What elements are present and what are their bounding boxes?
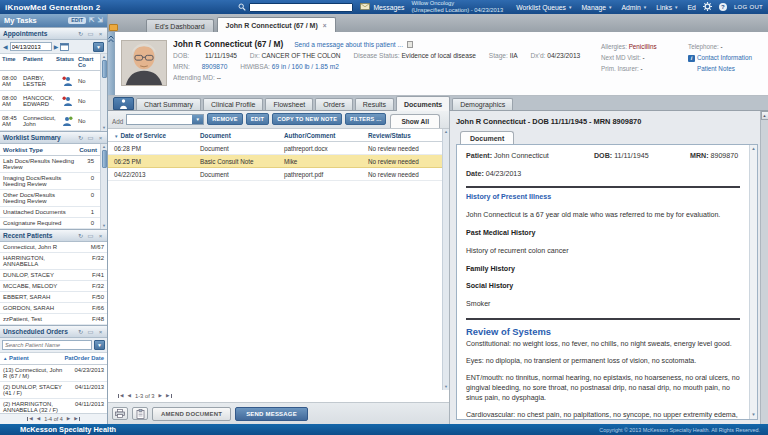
document-scrollbar[interactable]: ▲ ▼ — [749, 145, 757, 419]
refresh-icon[interactable]: ↻ — [77, 327, 84, 337]
gear-icon[interactable] — [703, 2, 712, 12]
popout-icon[interactable]: ▭ — [87, 133, 94, 143]
print-button[interactable] — [112, 407, 128, 420]
main-scrollbar[interactable]: ▲ — [760, 111, 768, 424]
last-page-icon[interactable]: ▶ — [166, 394, 171, 399]
tab-orders[interactable]: Orders — [315, 98, 352, 110]
appointment-row[interactable]: 08:00 AM HANCOCK, EDWARD No — [0, 91, 100, 111]
preview-document-tab[interactable]: Document — [460, 131, 514, 144]
first-page-icon[interactable]: ◀ — [118, 394, 123, 399]
close-icon[interactable]: × — [97, 231, 104, 241]
unscheduled-order-row[interactable]: (2) HARRINGTON, ANNABELLA (32 / F)04/11/… — [0, 399, 107, 414]
menu-worklist-queues[interactable]: Worklist Queues▼ — [516, 4, 572, 11]
recent-patient-row[interactable]: GORDON, SARAHF/66 — [0, 303, 107, 314]
menu-manage[interactable]: Manage▼ — [581, 4, 612, 11]
send-message-button[interactable]: SEND MESSAGE — [235, 407, 308, 421]
close-icon[interactable]: × — [97, 29, 104, 39]
col-review-status[interactable]: Review/Status — [368, 132, 442, 139]
menu-links[interactable]: Links▼ — [656, 4, 678, 11]
scroll-thumb[interactable] — [102, 150, 107, 168]
document-row-selected[interactable]: 06:25 PM Basic Consult Note Mike No revi… — [108, 155, 442, 168]
col-date-of-service[interactable]: ▼Date of Service — [114, 132, 200, 139]
pin-icon[interactable]: ⇱ — [89, 17, 94, 24]
col-patient-sortable[interactable]: ▲ Patient — [3, 355, 29, 362]
recent-patient-row[interactable]: MCCABE, MELODYF/32 — [0, 281, 107, 292]
refresh-icon[interactable]: ↻ — [77, 29, 84, 39]
close-icon[interactable]: × — [97, 133, 104, 143]
patient-notes-link[interactable]: Patient Notes — [697, 65, 735, 72]
tab-clinical-profile[interactable]: Clinical Profile — [203, 98, 263, 110]
menu-user[interactable]: Ed — [688, 4, 696, 11]
remove-button[interactable]: REMOVE — [207, 113, 242, 125]
scrollbar[interactable]: ▲▼ — [442, 129, 449, 390]
filters-button[interactable]: FILTERS ... — [345, 113, 386, 125]
edit-tasks-button[interactable]: EDIT — [68, 17, 86, 24]
collapse-banner-strip[interactable] — [108, 32, 115, 95]
patient-search-input[interactable] — [2, 340, 92, 350]
scroll-thumb[interactable] — [102, 60, 107, 78]
popout-icon[interactable]: ▭ — [87, 327, 94, 337]
prev-page-icon[interactable]: ◀ — [127, 394, 130, 399]
add-document-dropdown[interactable]: ▼ — [126, 114, 204, 125]
tab-patient-chart[interactable]: John R Connecticut (67 / M)× — [217, 17, 336, 32]
unscheduled-order-row[interactable]: (2) DUNLOP, STACEY (41 / F)04/11/2013 — [0, 382, 107, 399]
amend-document-button[interactable]: AMEND DOCUMENT — [152, 407, 231, 421]
tab-results[interactable]: Results — [355, 98, 394, 110]
next-page-icon[interactable]: ▶ — [159, 394, 162, 399]
scroll-down-icon[interactable]: ▼ — [751, 412, 755, 418]
next-day-arrow[interactable]: ▶ — [54, 44, 59, 50]
col-author-comment[interactable]: Author/Comment — [284, 132, 368, 139]
edit-button[interactable]: EDIT — [246, 113, 270, 125]
recent-patient-row[interactable]: zzPatient, TestF/48 — [0, 314, 107, 325]
patient-summary-icon-tab[interactable] — [113, 97, 134, 110]
appointment-row[interactable]: 08:00 AM DARBY, LESTER No — [0, 71, 100, 91]
recent-patient-row[interactable]: HARRINGTON, ANNABELLAF/32 — [0, 253, 107, 270]
copy-to-new-note-button[interactable]: COPY TO NEW NOTE — [272, 113, 342, 125]
prev-day-arrow[interactable]: ◀ — [3, 44, 8, 50]
unscheduled-order-row[interactable]: (13) Connecticut, John R (67 / M)04/23/2… — [0, 365, 107, 382]
next-page-icon[interactable]: ▶ — [67, 417, 70, 422]
popout-icon[interactable]: ▭ — [87, 29, 94, 39]
tab-documents[interactable]: Documents — [396, 96, 450, 111]
recent-patient-row[interactable]: EBBERT, SARAHF/50 — [0, 292, 107, 303]
help-icon[interactable]: ? — [719, 3, 727, 11]
first-page-icon[interactable]: ◀ — [27, 417, 32, 422]
document-row[interactable]: 04/22/2013 Document pathreport.pdf No re… — [108, 168, 442, 181]
contact-information-link[interactable]: Contact Information — [697, 54, 752, 61]
appointment-date-input[interactable] — [10, 42, 52, 51]
recent-patient-row[interactable]: Connecticut, John RM/67 — [0, 242, 107, 253]
close-icon[interactable]: × — [97, 327, 104, 337]
tab-chart-summary[interactable]: Chart Summary — [136, 98, 201, 110]
search-go-button[interactable]: ▼ — [94, 340, 105, 350]
collapse-sidebar-icon[interactable]: ⇲ — [98, 17, 103, 24]
refresh-icon[interactable]: ↻ — [77, 133, 84, 143]
popout-icon[interactable]: ▭ — [87, 231, 94, 241]
note-icon[interactable] — [407, 41, 413, 48]
tab-flowsheet[interactable]: Flowsheet — [265, 98, 313, 110]
messages-button[interactable]: Messages — [360, 3, 404, 11]
worklist-row[interactable]: Imaging Docs/Results Needing Review0 — [0, 173, 100, 190]
dropdown-arrow-icon[interactable]: ▼ — [192, 115, 203, 124]
logout-button[interactable]: LOG OUT — [734, 4, 763, 10]
worklist-row[interactable]: Lab Docs/Results Needing Review35 — [0, 156, 100, 173]
worklist-row[interactable]: Unattached Documents1 — [0, 207, 100, 218]
worklist-row[interactable]: Other Docs/Results Needing Review0 — [0, 190, 100, 207]
go-to-date-button[interactable]: ▼ — [93, 42, 104, 52]
send-message-link[interactable]: Send a message about this patient ... — [294, 41, 403, 48]
col-order-date[interactable]: PatOrder Date — [64, 355, 104, 362]
close-tab-icon[interactable]: × — [323, 22, 327, 29]
scroll-up-icon[interactable]: ▲ — [444, 129, 448, 135]
calendar-icon[interactable] — [60, 42, 69, 52]
last-page-icon[interactable]: ▶ — [74, 417, 79, 422]
appointment-row[interactable]: 08:45 AM Connecticut, John No — [0, 111, 100, 131]
prev-page-icon[interactable]: ◀ — [37, 417, 40, 422]
document-row[interactable]: 06:28 PM Document pathreport.docx No rev… — [108, 142, 442, 155]
col-document[interactable]: Document — [200, 132, 284, 139]
tab-eds-dashboard[interactable]: Ed's Dashboard — [146, 19, 214, 32]
copy-document-button[interactable] — [132, 407, 148, 420]
search-input[interactable] — [249, 3, 353, 12]
recent-patient-row[interactable]: DUNLOP, STACEYF/41 — [0, 270, 107, 281]
scroll-up-icon[interactable]: ▲ — [751, 146, 755, 152]
tab-demographics[interactable]: Demographics — [452, 98, 513, 110]
show-all-tab[interactable]: Show All — [390, 114, 440, 128]
